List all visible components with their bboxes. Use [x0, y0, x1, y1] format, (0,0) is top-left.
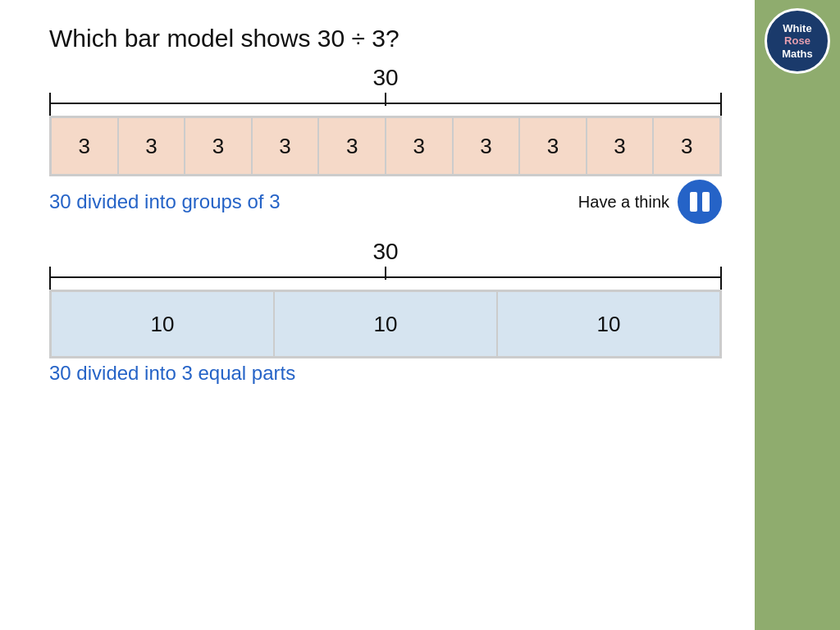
pause-bar-left — [690, 192, 697, 212]
bar-cell: 3 — [587, 117, 654, 175]
main-content: Which bar model shows 30 ÷ 3? 30 3 3 3 3… — [0, 0, 755, 630]
bar-cell: 3 — [252, 117, 319, 175]
bar-model-1-description-row: 30 divided into groups of 3 Have a think — [49, 180, 722, 224]
bar-cell: 3 — [653, 117, 720, 175]
bar-model-2-section: 30 10 10 10 30 divided into 3 equal part… — [49, 239, 722, 385]
bracket-left — [49, 93, 51, 116]
bar-model-1-total: 30 — [372, 65, 398, 91]
bar-model-2-description: 30 divided into 3 equal parts — [49, 362, 295, 385]
bar-cell-blue: 10 — [51, 291, 274, 357]
bar-cell: 3 — [453, 117, 520, 175]
bracket-right — [720, 93, 722, 116]
bracket-tick-2 — [385, 267, 386, 280]
question-title: Which bar model shows 30 ÷ 3? — [49, 25, 722, 52]
logo-line1: White — [783, 22, 811, 35]
bar-model-2-bracket — [49, 267, 722, 290]
have-a-think-container: Have a think — [578, 180, 722, 224]
bracket-left-2 — [49, 267, 51, 290]
bar-cell: 3 — [185, 117, 252, 175]
bar-cell: 3 — [519, 117, 587, 175]
pause-bar-right — [702, 192, 710, 212]
bar-cell-blue: 10 — [497, 291, 720, 357]
bar-model-2-description-row: 30 divided into 3 equal parts — [49, 362, 722, 385]
bar-model-1-section: 30 3 3 3 3 3 3 3 3 3 3 30 divided into g… — [49, 65, 722, 224]
bar-cell: 3 — [51, 117, 118, 175]
bracket-tick — [385, 93, 386, 106]
bar-model-2-grid: 10 10 10 — [49, 290, 722, 358]
sidebar: White Rose Maths — [755, 0, 840, 630]
have-a-think-label: Have a think — [578, 193, 669, 212]
logo: White Rose Maths — [765, 8, 830, 74]
pause-icon[interactable] — [678, 180, 722, 224]
bar-model-1-description: 30 divided into groups of 3 — [49, 190, 281, 213]
bar-cell: 3 — [118, 117, 185, 175]
bar-cell: 3 — [386, 117, 453, 175]
bar-model-2-total: 30 — [372, 239, 398, 265]
bracket-right-2 — [720, 267, 722, 290]
bar-model-1-grid: 3 3 3 3 3 3 3 3 3 3 — [49, 116, 722, 176]
bar-cell: 3 — [318, 117, 386, 175]
bar-model-1-bracket — [49, 93, 722, 116]
bar-cell-blue: 10 — [274, 291, 497, 357]
logo-line3: Maths — [782, 48, 813, 61]
logo-line2: Rose — [784, 34, 810, 48]
